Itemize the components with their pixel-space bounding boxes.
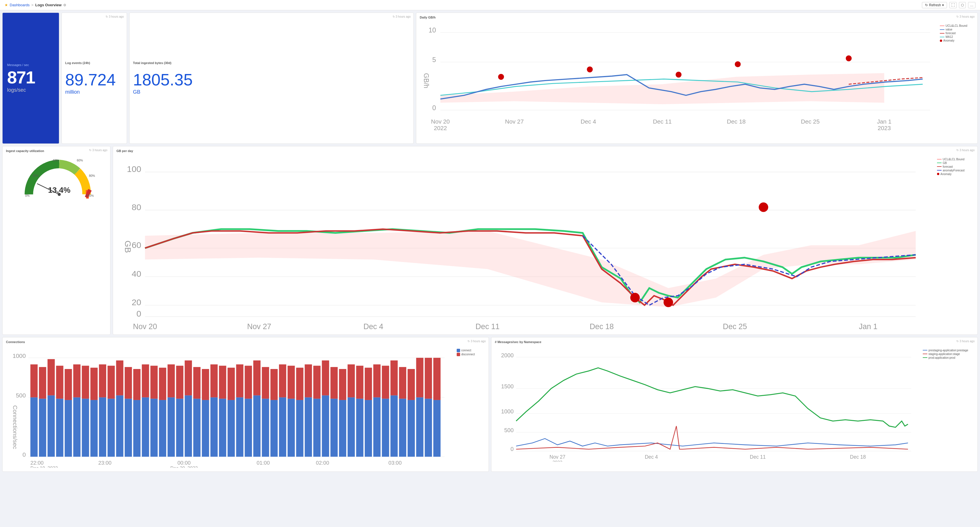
- svg-text:80: 80: [132, 202, 141, 212]
- daily-gbh-panel: Daily GB/h ↻3 hours ago 10 5 0 GB/h: [416, 13, 978, 144]
- svg-rect-65: [48, 359, 55, 395]
- svg-text:Dec 19, 2022: Dec 19, 2022: [30, 465, 58, 468]
- svg-rect-68: [65, 400, 72, 457]
- svg-rect-70: [73, 398, 80, 457]
- share-button[interactable]: ⬡: [959, 2, 966, 8]
- gauge-wrap: 0% 20% 40% 60% 80% 100% 13.4%: [19, 155, 93, 197]
- messages-by-ns-panel: # Messages/sec by Namespace ↻3 hours ago…: [491, 337, 978, 472]
- svg-text:Dec 18: Dec 18: [850, 454, 866, 460]
- expand-button[interactable]: ⛶: [949, 2, 957, 8]
- svg-rect-87: [142, 365, 149, 398]
- svg-rect-61: [30, 365, 38, 398]
- svg-rect-108: [236, 398, 243, 457]
- daily-gbh-time: ↻3 hours ago: [956, 15, 975, 18]
- legend-anomaly: Anomaly: [940, 39, 974, 42]
- svg-text:2022: 2022: [434, 125, 447, 131]
- svg-rect-77: [99, 365, 106, 398]
- svg-rect-66: [56, 399, 63, 457]
- svg-rect-153: [425, 358, 432, 399]
- svg-point-43: [630, 293, 640, 302]
- gb-per-day-chart: 100 80 60 40 20 0 GB: [116, 155, 935, 331]
- svg-text:Dec 18: Dec 18: [590, 322, 614, 331]
- legend-connect: connect: [457, 349, 485, 352]
- svg-text:0: 0: [511, 446, 514, 452]
- svg-text:2023: 2023: [878, 125, 891, 131]
- svg-text:10: 10: [428, 27, 436, 34]
- svg-rect-126: [313, 399, 320, 457]
- svg-rect-83: [125, 367, 132, 399]
- total-ingested-value: 1805.35: [133, 72, 410, 88]
- svg-rect-62: [39, 399, 46, 457]
- svg-text:100: 100: [127, 164, 141, 174]
- log-events-value: 89.724: [65, 72, 123, 88]
- more-button[interactable]: …: [968, 2, 975, 8]
- svg-text:0%: 0%: [25, 194, 30, 197]
- svg-text:Nov 27: Nov 27: [505, 118, 524, 125]
- svg-point-44: [664, 298, 673, 307]
- svg-rect-114: [262, 399, 269, 457]
- gb-per-day-time: ↻3 hours ago: [956, 149, 975, 152]
- svg-rect-98: [193, 399, 200, 457]
- svg-rect-140: [373, 398, 380, 457]
- svg-rect-85: [133, 369, 140, 400]
- svg-rect-78: [108, 399, 115, 457]
- svg-text:80%: 80%: [89, 174, 95, 177]
- total-ingested-unit: GB: [133, 89, 410, 95]
- refresh-button[interactable]: ↻ Refresh ▾: [922, 2, 947, 8]
- svg-point-10: [735, 61, 741, 67]
- svg-text:GB: GB: [123, 240, 133, 253]
- svg-text:Dec 11: Dec 11: [476, 322, 500, 331]
- svg-rect-99: [193, 367, 200, 399]
- svg-rect-64: [48, 395, 55, 457]
- dashboard: Messages / sec 871 logs/sec Log events (…: [0, 10, 980, 474]
- log-events-panel: Log events (24h) ↻3 hours ago 89.724 mil…: [62, 13, 127, 144]
- svg-rect-97: [185, 360, 192, 395]
- svg-rect-135: [348, 365, 355, 398]
- svg-rect-80: [116, 395, 123, 457]
- svg-rect-105: [219, 366, 226, 399]
- gb-per-day-panel: GB per day ↻3 hours ago 100 80 60 40 20 …: [113, 146, 978, 335]
- legend-anomaly-forecast: anomalyForecast: [937, 169, 974, 172]
- svg-rect-95: [176, 366, 183, 399]
- ingest-util-time: ↻3 hours ago: [89, 149, 107, 152]
- gear-icon[interactable]: ⚙: [63, 3, 66, 7]
- svg-rect-121: [288, 366, 295, 399]
- svg-text:Dec 4: Dec 4: [363, 322, 383, 331]
- breadcrumb-current: Logs Overview: [35, 3, 62, 7]
- svg-rect-101: [202, 369, 209, 400]
- header: ★ Dashboards > Logs Overview ⚙ ↻ Refresh…: [0, 0, 980, 10]
- svg-rect-112: [253, 395, 261, 457]
- svg-rect-150: [416, 398, 423, 457]
- svg-rect-147: [399, 367, 406, 399]
- svg-rect-100: [202, 400, 209, 457]
- svg-rect-90: [159, 400, 166, 457]
- svg-rect-96: [185, 395, 192, 457]
- svg-rect-89: [150, 366, 158, 399]
- svg-rect-71: [73, 365, 80, 398]
- svg-rect-138: [365, 400, 372, 457]
- svg-rect-93: [167, 365, 175, 398]
- svg-rect-104: [219, 399, 226, 457]
- svg-text:0: 0: [432, 104, 436, 111]
- legend-ucl: UCL&LCL Bound: [940, 24, 974, 27]
- messages-by-ns-time: ↻3 hours ago: [956, 340, 975, 343]
- legend-prestage: prestaging-application:prestage: [923, 349, 974, 352]
- breadcrumb-dashboards[interactable]: Dashboards: [10, 3, 30, 7]
- svg-rect-88: [150, 399, 158, 457]
- svg-text:20%: 20%: [32, 174, 39, 177]
- svg-rect-63: [39, 367, 46, 399]
- messages-by-ns-legend: prestaging-application:prestage staging-…: [923, 349, 974, 359]
- svg-rect-72: [82, 399, 89, 457]
- connections-time: ↻3 hours ago: [468, 340, 486, 343]
- svg-text:Nov 27: Nov 27: [247, 322, 271, 331]
- svg-rect-152: [425, 399, 432, 457]
- svg-rect-151: [416, 358, 423, 398]
- svg-text:2022: 2022: [553, 460, 562, 462]
- svg-rect-110: [245, 399, 252, 457]
- legend-stage: staging-application:stage: [923, 352, 974, 356]
- svg-text:Dec 4: Dec 4: [645, 454, 658, 460]
- svg-text:1500: 1500: [501, 383, 514, 390]
- svg-rect-67: [56, 366, 63, 399]
- gb-per-day-legend: UCL&LCL Bound GB forecast anomalyForecas…: [937, 158, 974, 176]
- svg-rect-107: [228, 368, 235, 400]
